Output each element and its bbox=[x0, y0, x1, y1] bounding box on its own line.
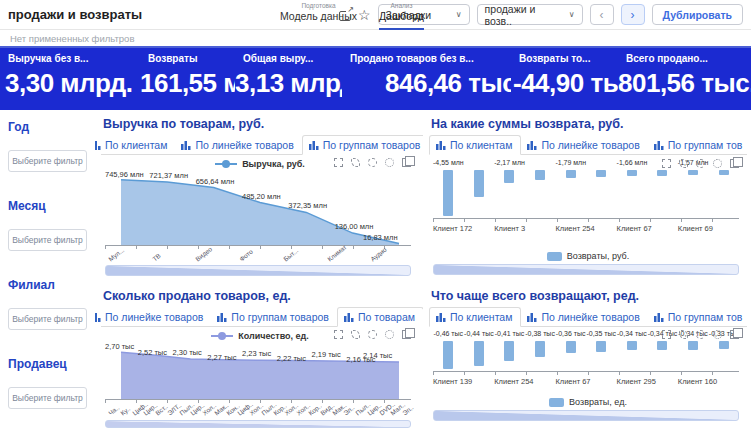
lasso-select-icon[interactable] bbox=[351, 330, 360, 339]
bar[interactable] bbox=[719, 170, 729, 175]
bar[interactable] bbox=[688, 170, 698, 175]
bar-slot bbox=[617, 170, 648, 176]
x-axis-tick: Мул... bbox=[105, 249, 149, 264]
chart-tab[interactable]: По клиентам bbox=[429, 135, 521, 155]
lasso-select-icon[interactable] bbox=[679, 159, 688, 168]
bar[interactable] bbox=[566, 170, 576, 178]
bar-chart-icon bbox=[309, 140, 319, 150]
category-label: Клиент 160 bbox=[678, 377, 739, 389]
prev-button[interactable]: ‹ bbox=[590, 4, 614, 25]
chevron-down-icon: ∨ bbox=[450, 10, 462, 19]
data-label: 2,27 тыс bbox=[207, 353, 236, 362]
lasso-select-icon[interactable] bbox=[679, 330, 688, 339]
zoom-circle-icon[interactable] bbox=[368, 330, 377, 339]
bar[interactable] bbox=[504, 170, 514, 183]
bar[interactable] bbox=[535, 170, 545, 180]
bar[interactable] bbox=[657, 341, 667, 350]
chart-navigator[interactable] bbox=[433, 410, 739, 421]
category-label: Фото bbox=[238, 248, 254, 263]
bar[interactable] bbox=[688, 341, 698, 350]
bar[interactable] bbox=[504, 341, 514, 361]
bar-slot bbox=[433, 341, 464, 369]
chart-tab[interactable]: По клиентам bbox=[95, 136, 175, 154]
lasso-select-icon[interactable] bbox=[351, 158, 360, 167]
chart-tab[interactable]: По линейке товаров bbox=[95, 308, 211, 326]
chart-widget-units-sold: Сколько продано товаров, ед. По линейке … bbox=[95, 282, 423, 433]
category-label: Эп.. bbox=[401, 404, 415, 417]
chart-tab[interactable]: По группам тов bbox=[648, 136, 751, 154]
zoom-rect-icon[interactable] bbox=[334, 158, 343, 167]
tab-dashboard[interactable]: Анализ Дашборд bbox=[379, 0, 424, 30]
x-axis-tick: Хол.. bbox=[293, 403, 305, 418]
chart-tab[interactable]: По клиентам bbox=[429, 307, 521, 327]
applied-filters-bar[interactable]: Нет примененных фильтров bbox=[0, 30, 751, 48]
bar-chart-icon bbox=[95, 312, 101, 322]
x-axis-tick: ЭЛТ.. bbox=[164, 403, 176, 418]
month-filter-button[interactable]: Выберите фильтр bbox=[8, 229, 87, 251]
bar-slot bbox=[678, 341, 709, 350]
chart-navigator[interactable] bbox=[105, 420, 411, 428]
copy-widget-icon[interactable] bbox=[730, 330, 739, 339]
circle-lasso-icon[interactable] bbox=[385, 330, 394, 339]
x-axis-tick: Фото bbox=[236, 249, 280, 264]
chart-navigator[interactable] bbox=[105, 265, 411, 276]
bar[interactable] bbox=[627, 341, 637, 350]
share-icon[interactable] bbox=[339, 11, 351, 21]
bar[interactable] bbox=[657, 170, 667, 176]
kpi-total-sold: Всего продано... 801,56 тыс. bbox=[618, 48, 751, 110]
duplicate-button[interactable]: Дублировать bbox=[652, 4, 743, 25]
bar[interactable] bbox=[596, 341, 606, 352]
bar[interactable] bbox=[627, 170, 637, 176]
area-plot[interactable]: 2,70 тыс2,52 тыс2,30 тыс2,27 тыс2,23 тыс… bbox=[105, 343, 411, 399]
data-label: -1,79 млн bbox=[555, 159, 586, 170]
bar[interactable] bbox=[474, 341, 484, 366]
x-axis-tick: Кор.. bbox=[305, 403, 317, 418]
zoom-circle-icon[interactable] bbox=[696, 330, 705, 339]
filter-seller: Продавец Выберите фильтр bbox=[8, 357, 87, 409]
zoom-rect-icon[interactable] bbox=[662, 159, 671, 168]
chart-tab[interactable]: По линейке товаров bbox=[521, 308, 647, 326]
chart-tab[interactable]: По группам товаров bbox=[302, 135, 423, 155]
bar[interactable] bbox=[443, 170, 453, 216]
data-label: 2,23 тыс bbox=[242, 349, 271, 358]
bar[interactable] bbox=[474, 170, 484, 197]
bar[interactable] bbox=[596, 170, 606, 177]
copy-widget-icon[interactable] bbox=[730, 159, 739, 168]
chart-tab[interactable]: По группам товаров bbox=[211, 308, 337, 326]
data-label: -1,66 млн bbox=[617, 159, 648, 170]
area-plot[interactable]: 745,96 млн721,37 млн656,64 млн485,20 млн… bbox=[105, 171, 411, 245]
bar[interactable] bbox=[535, 341, 545, 357]
page-select[interactable]: продажи и возв.. ∨ bbox=[477, 4, 583, 25]
seller-filter-button[interactable]: Выберите фильтр bbox=[8, 387, 87, 409]
chart-widget-returns-units: Что чаще всего возвращают, ред. По клиен… bbox=[423, 282, 751, 433]
x-axis-tick: Циф.. bbox=[129, 403, 141, 418]
copy-widget-icon[interactable] bbox=[402, 158, 411, 167]
next-button[interactable]: › bbox=[621, 4, 645, 25]
x-axis-tick: Видео bbox=[192, 249, 236, 264]
chart-tab[interactable]: По группам тов bbox=[648, 308, 751, 326]
circle-lasso-icon[interactable] bbox=[713, 159, 722, 168]
copy-widget-icon[interactable] bbox=[402, 330, 411, 339]
x-axis-tick: Эл.. bbox=[340, 403, 352, 418]
year-filter-button[interactable]: Выберите фильтр bbox=[8, 150, 87, 172]
chart-navigator[interactable] bbox=[433, 264, 739, 275]
chart-tab[interactable]: По линейке товаров bbox=[175, 136, 301, 154]
bar[interactable] bbox=[566, 341, 576, 353]
circle-lasso-icon[interactable] bbox=[385, 158, 394, 167]
chart-tab[interactable]: По товарам bbox=[337, 307, 423, 327]
bar[interactable] bbox=[443, 341, 453, 369]
x-axis bbox=[433, 371, 739, 375]
bar-slot bbox=[586, 341, 617, 352]
circle-lasso-icon[interactable] bbox=[713, 330, 722, 339]
zoom-circle-icon[interactable] bbox=[696, 159, 705, 168]
bar-plot[interactable]: -4,55 млн-2,17 млн-1,79 млн-1,66 млн-1,5… bbox=[433, 159, 739, 236]
data-label: 2,19 тыс bbox=[312, 350, 341, 359]
bar[interactable] bbox=[719, 341, 729, 349]
branch-filter-button[interactable]: Выберите фильтр bbox=[8, 308, 87, 330]
data-label: 2,70 тыс bbox=[105, 342, 134, 351]
zoom-rect-icon[interactable] bbox=[334, 330, 343, 339]
chart-tab[interactable]: По линейке товаров bbox=[521, 136, 647, 154]
bar-chart-icon bbox=[95, 140, 101, 150]
zoom-rect-icon[interactable] bbox=[662, 330, 671, 339]
zoom-circle-icon[interactable] bbox=[368, 158, 377, 167]
